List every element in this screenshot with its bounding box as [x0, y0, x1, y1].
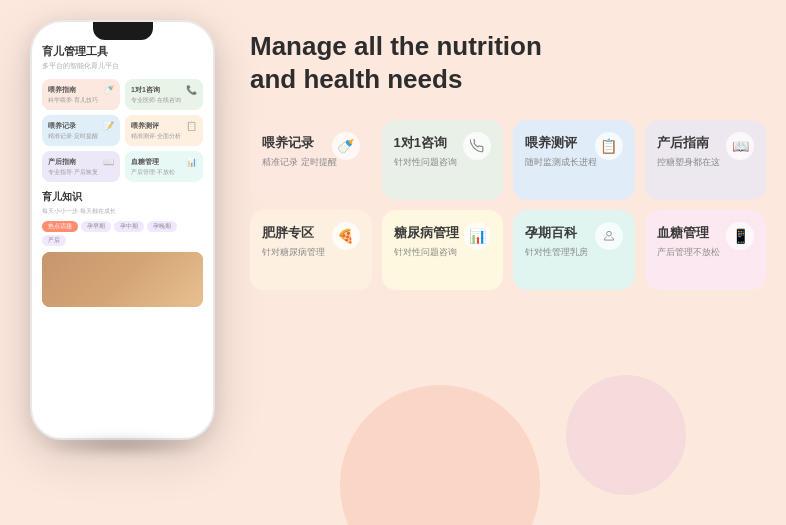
phone-tag-early[interactable]: 孕早期: [81, 221, 111, 232]
phone-card-6-sub: 产后管理·不放松: [131, 169, 197, 176]
phone-tag-post[interactable]: 产后: [42, 235, 66, 246]
obesity-icon: 🍕: [332, 222, 360, 250]
phone-card-1-sub: 科学喂养·育儿技巧: [48, 97, 114, 104]
phone-card-2-icon: 📞: [186, 85, 197, 95]
phone-card-6-icon: 📊: [186, 157, 197, 167]
phone-card-5-icon: 📖: [103, 157, 114, 167]
phone-card-4-sub: 精准测评·全面分析: [131, 133, 197, 140]
feature-card-consult[interactable]: 1对1咨询 针对性问题咨询: [382, 120, 504, 200]
phone-mockup: 育儿管理工具 多平台的智能化育儿平台 喂养指南 科学喂养·育儿技巧 🍼 1对1咨…: [30, 20, 215, 440]
phone-knowledge-title: 育儿知识: [42, 190, 203, 204]
feature-card-postpartum[interactable]: 产后指南 控糖塑身都在这 📖: [645, 120, 767, 200]
phone-app-subtitle: 多平台的智能化育儿平台: [42, 61, 203, 71]
feeding-record-icon: 🍼: [332, 132, 360, 160]
heading-line1: Manage all the nutrition: [250, 31, 542, 61]
phone-shadow: [40, 435, 205, 455]
right-content-area: Manage all the nutrition and health need…: [250, 30, 766, 300]
phone-card-1[interactable]: 喂养指南 科学喂养·育儿技巧 🍼: [42, 79, 120, 110]
feature-card-diabetes[interactable]: 糖尿病管理 针对性问题咨询 📊: [382, 210, 504, 290]
phone-content: 育儿管理工具 多平台的智能化育儿平台 喂养指南 科学喂养·育儿技巧 🍼 1对1咨…: [32, 22, 213, 438]
phone-card-2[interactable]: 1对1咨询 专业医师·在线咨询 📞: [125, 79, 203, 110]
phone-baby-image: [42, 252, 203, 307]
phone-card-2-sub: 专业医师·在线咨询: [131, 97, 197, 104]
postpartum-icon: 📖: [726, 132, 754, 160]
svg-point-0: [606, 231, 611, 236]
feature-cards-row2: 肥胖专区 针对糖尿病管理 🍕 糖尿病管理 针对性问题咨询 📊 孕期百科 针对性管…: [250, 210, 766, 290]
phone-knowledge-subtitle: 每天小小一步·每天都在成长: [42, 207, 203, 216]
phone-card-5[interactable]: 产后指南 专业指导·产后恢复 📖: [42, 151, 120, 182]
phone-card-3-sub: 精准记录·定时提醒: [48, 133, 114, 140]
feature-card-pregnancy-wiki[interactable]: 孕期百科 针对性管理乳房: [513, 210, 635, 290]
phone-card-5-sub: 专业指导·产后恢复: [48, 169, 114, 176]
phone-card-1-icon: 🍼: [103, 85, 114, 95]
heading-line2: and health needs: [250, 64, 462, 94]
phone-cards-grid: 喂养指南 科学喂养·育儿技巧 🍼 1对1咨询 专业医师·在线咨询 📞 喂养记录 …: [42, 79, 203, 182]
feature-cards-row1: 喂养记录 精准记录 定时提醒 🍼 1对1咨询 针对性问题咨询 喂养测评 随时监测…: [250, 120, 766, 200]
phone-card-6[interactable]: 血糖管理 产后管理·不放松 📊: [125, 151, 203, 182]
phone-card-4[interactable]: 喂养测评 精准测评·全面分析 📋: [125, 115, 203, 146]
feature-card-blood-sugar[interactable]: 血糖管理 产后管理不放松 📱: [645, 210, 767, 290]
blood-sugar-icon: 📱: [726, 222, 754, 250]
main-heading: Manage all the nutrition and health need…: [250, 30, 766, 95]
phone-card-3[interactable]: 喂养记录 精准记录·定时提醒 📝: [42, 115, 120, 146]
bg-decoration-circle-bottom: [340, 385, 540, 525]
consult-icon: [463, 132, 491, 160]
bg-decoration-circle-right: [566, 375, 686, 495]
phone-tag-mid[interactable]: 孕中期: [114, 221, 144, 232]
phone-tags: 热点话题 孕早期 孕中期 孕晚期 产后: [42, 221, 203, 246]
phone-frame: 育儿管理工具 多平台的智能化育儿平台 喂养指南 科学喂养·育儿技巧 🍼 1对1咨…: [30, 20, 215, 440]
feature-card-assessment[interactable]: 喂养测评 随时监测成长进程 📋: [513, 120, 635, 200]
baby-scene-bg: [42, 252, 203, 307]
pregnancy-wiki-icon: [595, 222, 623, 250]
diabetes-icon: 📊: [463, 222, 491, 250]
feature-card-obesity[interactable]: 肥胖专区 针对糖尿病管理 🍕: [250, 210, 372, 290]
assessment-icon: 📋: [595, 132, 623, 160]
feature-card-feeding-record[interactable]: 喂养记录 精准记录 定时提醒 🍼: [250, 120, 372, 200]
phone-notch: [93, 22, 153, 40]
phone-tag-late[interactable]: 孕晚期: [147, 221, 177, 232]
phone-tag-hot[interactable]: 热点话题: [42, 221, 78, 232]
phone-card-4-icon: 📋: [186, 121, 197, 131]
phone-app-title: 育儿管理工具: [42, 44, 203, 59]
phone-card-3-icon: 📝: [103, 121, 114, 131]
